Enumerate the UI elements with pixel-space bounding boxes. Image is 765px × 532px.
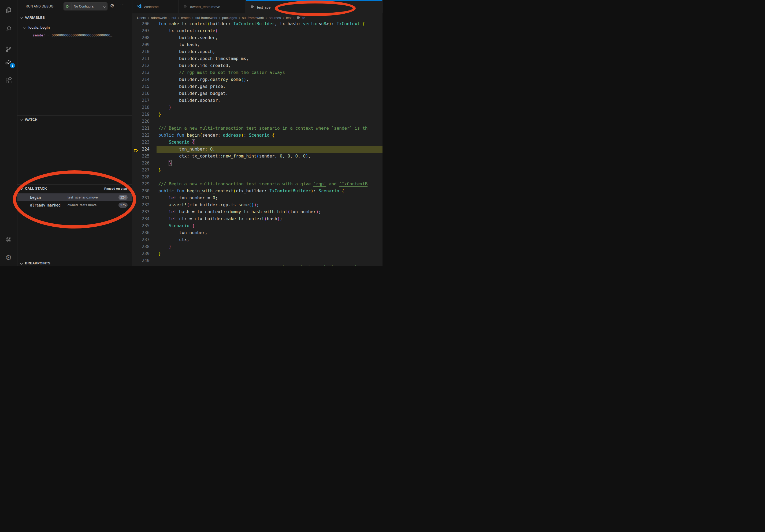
- breadcrumb-item[interactable]: sui: [172, 16, 176, 20]
- code-line-220[interactable]: 220: [132, 118, 382, 125]
- line-number[interactable]: 210: [132, 48, 150, 55]
- line-number[interactable]: 230: [132, 187, 150, 194]
- line-number[interactable]: 225: [132, 153, 150, 160]
- line-number[interactable]: 224: [132, 146, 150, 153]
- line-number[interactable]: 236: [132, 229, 150, 236]
- stack-frame-begin[interactable]: begin test_scenario.move 224: [17, 193, 132, 201]
- line-number[interactable]: 233: [132, 208, 150, 215]
- activitybar-item-settings[interactable]: ⚙: [0, 251, 17, 264]
- code-line-209[interactable]: 209 tx_hash,: [132, 41, 382, 48]
- line-number[interactable]: 208: [132, 34, 150, 41]
- code-line-223[interactable]: 223 Scenario {: [132, 139, 382, 146]
- code-line-236[interactable]: 236 txn_number,: [132, 229, 382, 236]
- tab-test-sce[interactable]: test_sce: [246, 0, 382, 14]
- line-number[interactable]: 237: [132, 236, 150, 243]
- line-number[interactable]: 212: [132, 62, 150, 69]
- activitybar-item-explorer[interactable]: [0, 4, 17, 17]
- line-number[interactable]: 235: [132, 222, 150, 229]
- breakpoints-section-header[interactable]: BREAKPOINTS: [17, 261, 132, 266]
- code-line-241[interactable]: 241/// Creates and shares system objects…: [132, 264, 382, 266]
- tab-welcome[interactable]: Welcome: [132, 0, 179, 13]
- line-number[interactable]: 209: [132, 41, 150, 48]
- code-line-207[interactable]: 207 tx_context::create(: [132, 27, 382, 34]
- line-number[interactable]: 229: [132, 180, 150, 187]
- code-line-233[interactable]: 233 let hash = tx_context::dummy_tx_hash…: [132, 208, 382, 215]
- code-line-221[interactable]: 221/// Begin a new multi-transaction tes…: [132, 125, 382, 132]
- line-number[interactable]: 220: [132, 118, 150, 125]
- line-number[interactable]: 223: [132, 139, 150, 146]
- code-line-211[interactable]: 211 builder.epoch_timestamp_ms,: [132, 55, 382, 62]
- start-debug-button[interactable]: No Configura: [64, 2, 108, 10]
- call-stack-section-header[interactable]: CALL STACK Paused on step: [17, 186, 132, 192]
- line-number[interactable]: 239: [132, 250, 150, 257]
- code-line-229[interactable]: 229/// Begin a new multi-transaction tes…: [132, 180, 382, 187]
- watch-section-header[interactable]: WATCH: [17, 117, 132, 123]
- code-line-219[interactable]: 219}: [132, 111, 382, 118]
- line-number[interactable]: 240: [132, 257, 150, 264]
- line-number[interactable]: 213: [132, 69, 150, 76]
- code-line-215[interactable]: 215 builder.gas_price,: [132, 83, 382, 90]
- scope-row-locals[interactable]: locals: begin: [17, 25, 132, 31]
- variable-row-sender[interactable]: sender = 0000000000000000000000000000…: [17, 32, 132, 39]
- breadcrumb-item[interactable]: test: [286, 16, 292, 20]
- line-number[interactable]: 238: [132, 243, 150, 250]
- line-number[interactable]: 221: [132, 125, 150, 132]
- code-line-240[interactable]: 240: [132, 257, 382, 264]
- breadcrumb-item[interactable]: sources: [269, 16, 281, 20]
- code-line-232[interactable]: 232 assert!(ctx_builder.rgp.is_some());: [132, 201, 382, 208]
- code-line-224[interactable]: 224 txn_number: 0,: [132, 146, 382, 153]
- code-line-228[interactable]: 228: [132, 173, 382, 180]
- activitybar-item-search[interactable]: [0, 23, 17, 35]
- line-number[interactable]: 231: [132, 194, 150, 201]
- code-line-222[interactable]: 222public fun begin(sender: address): Sc…: [132, 132, 382, 139]
- code-line-231[interactable]: 231 let txn_number = 0;: [132, 194, 382, 201]
- breadcrumb-item[interactable]: sui-framework: [195, 16, 217, 20]
- code-line-217[interactable]: 217 builder.sponsor,: [132, 97, 382, 104]
- code-editor[interactable]: 206fun make_tx_context(builder: TxContex…: [132, 13, 382, 266]
- play-icon[interactable]: [64, 3, 72, 10]
- line-number[interactable]: 217: [132, 97, 150, 104]
- code-line-216[interactable]: 216 builder.gas_budget,: [132, 90, 382, 97]
- code-line-210[interactable]: 210 builder.epoch,: [132, 48, 382, 55]
- line-number[interactable]: 218: [132, 104, 150, 111]
- code-line-218[interactable]: 218 ): [132, 104, 382, 111]
- breadcrumb-item[interactable]: crates: [181, 16, 190, 20]
- code-line-225[interactable]: 225 ctx: tx_context::new_from_hint(sende…: [132, 153, 382, 160]
- line-number[interactable]: 207: [132, 27, 150, 34]
- breadcrumb-item[interactable]: adamwelc: [151, 16, 167, 20]
- line-number[interactable]: 222: [132, 132, 150, 139]
- line-number[interactable]: 216: [132, 90, 150, 97]
- code-line-239[interactable]: 239}: [132, 250, 382, 257]
- line-number[interactable]: 228: [132, 173, 150, 180]
- line-number[interactable]: 241: [132, 264, 150, 266]
- code-line-226[interactable]: 226 }: [132, 160, 382, 166]
- line-number[interactable]: 211: [132, 55, 150, 62]
- breadcrumb-file[interactable]: te: [297, 16, 305, 20]
- code-line-214[interactable]: 214 builder.rgp.destroy_some(),: [132, 76, 382, 83]
- stack-frame-already_marked[interactable]: already_marked owned_tests.move 275: [17, 201, 132, 209]
- activitybar-item-run-and-debug[interactable]: 1: [0, 56, 17, 69]
- code-line-237[interactable]: 237 ctx,: [132, 236, 382, 243]
- debug-config-select[interactable]: No Configura: [72, 5, 104, 8]
- activitybar-item-account[interactable]: [0, 233, 17, 246]
- code-line-208[interactable]: 208 builder.sender,: [132, 34, 382, 41]
- activitybar-item-source-control[interactable]: [0, 43, 17, 56]
- more-actions-icon[interactable]: ⋯: [120, 2, 125, 8]
- code-line-227[interactable]: 227}: [132, 166, 382, 173]
- code-line-212[interactable]: 212 builder.ids_created,: [132, 62, 382, 69]
- line-number[interactable]: 227: [132, 166, 150, 173]
- activitybar-item-extensions[interactable]: [0, 74, 17, 87]
- breadcrumb-item[interactable]: Users: [137, 16, 146, 20]
- gear-icon[interactable]: ⚙: [110, 3, 115, 8]
- line-number[interactable]: 219: [132, 111, 150, 118]
- line-number[interactable]: 234: [132, 215, 150, 222]
- breadcrumb-item[interactable]: packages: [222, 16, 237, 20]
- code-line-238[interactable]: 238 }: [132, 243, 382, 250]
- line-number[interactable]: 226: [132, 160, 150, 166]
- line-number[interactable]: 232: [132, 201, 150, 208]
- code-line-235[interactable]: 235 Scenario {: [132, 222, 382, 229]
- code-line-213[interactable]: 213 // rgp must be set from the caller a…: [132, 69, 382, 76]
- code-line-230[interactable]: 230public fun begin_with_context(ctx_bui…: [132, 187, 382, 194]
- line-number[interactable]: 214: [132, 76, 150, 83]
- code-line-234[interactable]: 234 let ctx = ctx_builder.make_tx_contex…: [132, 215, 382, 222]
